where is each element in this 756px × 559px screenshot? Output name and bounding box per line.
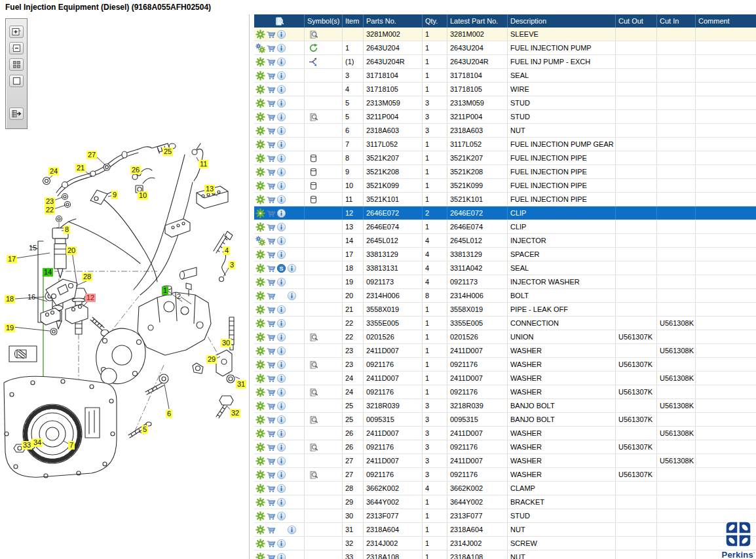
info-icon[interactable]	[276, 539, 286, 549]
gear-icon[interactable]	[255, 318, 265, 328]
diagram-callout-18[interactable]: 18	[5, 295, 15, 303]
toggle-panel-button[interactable]	[9, 107, 24, 120]
add-to-cart-icon[interactable]	[266, 346, 276, 356]
add-to-cart-icon[interactable]	[266, 497, 276, 507]
add-to-cart-icon[interactable]	[266, 208, 276, 218]
add-to-cart-icon[interactable]	[266, 470, 276, 480]
gear-icon[interactable]	[255, 277, 265, 287]
add-to-cart-icon[interactable]	[266, 539, 276, 549]
diagram-callout-21[interactable]: 21	[75, 164, 86, 172]
diagram-callout-27[interactable]: 27	[86, 151, 97, 159]
diagram-callout-26[interactable]: 26	[130, 166, 141, 174]
info-icon[interactable]	[276, 387, 286, 397]
diagram-callout-31[interactable]: 31	[236, 380, 246, 389]
diagram-callout-28[interactable]: 28	[82, 273, 92, 281]
table-row-item-22-0201526[interactable]: 22020152610201526UNIONU561307K	[254, 330, 756, 344]
add-to-cart-icon[interactable]	[266, 374, 276, 383]
add-to-cart-icon[interactable]	[266, 318, 276, 328]
info-icon[interactable]	[287, 525, 297, 535]
add-to-cart-icon[interactable]	[266, 236, 276, 246]
table-row-item-27-2411D007[interactable]: 272411D00732411D007WASHERU561308K	[254, 454, 756, 468]
diagram-callout-20[interactable]: 20	[66, 246, 77, 255]
info-icon[interactable]	[276, 305, 286, 315]
add-to-cart-icon[interactable]	[266, 415, 276, 425]
add-to-cart-icon[interactable]	[266, 360, 276, 370]
diagram-callout-23[interactable]: 23	[45, 197, 55, 206]
table-row-item-18-33813131[interactable]: 183381313143311A042SEAL	[254, 261, 756, 275]
table-row-item-13-2646E074[interactable]: 132646E07412646E074CLIP	[254, 220, 756, 234]
diagram-callout-6[interactable]: 6	[166, 410, 172, 418]
add-to-cart-icon[interactable]	[266, 401, 276, 411]
add-to-cart-icon[interactable]	[266, 277, 276, 287]
table-row-item-27-0921176[interactable]: 27092117630921176WASHERU561307K	[254, 468, 756, 482]
add-to-cart-icon[interactable]	[266, 98, 276, 108]
gear-icon[interactable]	[255, 305, 265, 315]
add-to-cart-icon[interactable]	[266, 126, 276, 136]
table-row-item-24-2411D007[interactable]: 242411D00712411D007WASHERU561308K	[254, 372, 756, 385]
table-row-item-25-3218R039[interactable]: 253218R03933218R039BANJO BOLTU561308K	[254, 399, 756, 413]
diagram-callout-3[interactable]: 3	[229, 261, 235, 269]
add-to-cart-icon[interactable]	[266, 112, 276, 122]
add-to-cart-icon[interactable]	[266, 387, 276, 397]
info-icon[interactable]	[276, 236, 286, 246]
diagram-callout-10[interactable]: 10	[138, 191, 148, 200]
info-icon[interactable]	[276, 401, 286, 411]
gear-icon[interactable]	[255, 511, 265, 521]
info-icon[interactable]	[276, 318, 286, 328]
service-book-icon[interactable]	[276, 525, 286, 535]
table-row-item-26-0921176[interactable]: 26092117630921176WASHERU561307K	[254, 440, 756, 454]
diagram-callout-19[interactable]: 19	[5, 324, 15, 332]
add-to-cart-icon[interactable]	[266, 57, 276, 67]
diagram-callout-1[interactable]: 1	[162, 286, 168, 295]
add-to-cart-icon[interactable]	[266, 429, 276, 438]
gear-icon[interactable]	[255, 112, 265, 122]
gear-icon[interactable]	[255, 346, 265, 356]
info-icon[interactable]	[276, 511, 286, 521]
info-icon[interactable]	[276, 374, 286, 383]
diagram-callout-7[interactable]: 7	[68, 441, 75, 450]
gear-icon[interactable]	[255, 29, 265, 39]
table-row-item-12-2646E072[interactable]: 122646E07222646E072CLIP	[254, 206, 756, 220]
diagram-callout-29[interactable]: 29	[206, 355, 217, 364]
diagram-callout-9[interactable]: 9	[111, 191, 118, 199]
gear-icon[interactable]	[255, 153, 265, 163]
info-icon[interactable]	[276, 181, 286, 191]
gear-icon[interactable]	[255, 291, 265, 301]
diagram-callout-25[interactable]: 25	[162, 147, 173, 156]
add-to-cart-icon[interactable]	[266, 85, 276, 94]
info-icon[interactable]	[276, 208, 286, 218]
info-icon[interactable]	[287, 263, 297, 273]
table-row-item-5-3211P004[interactable]: 53211P00433211P004STUD	[254, 110, 756, 124]
info-icon[interactable]	[276, 153, 286, 163]
tile-view-button[interactable]	[9, 58, 24, 71]
gear-icon[interactable]	[255, 71, 265, 81]
add-to-cart-icon[interactable]	[266, 456, 276, 466]
s-badge-icon[interactable]	[276, 263, 286, 273]
info-icon[interactable]	[276, 442, 286, 452]
table-row-item-17-33813129[interactable]: 1733813129433813129SPACER	[254, 248, 756, 261]
info-icon[interactable]	[276, 429, 286, 438]
add-to-cart-icon[interactable]	[266, 552, 276, 559]
info-icon[interactable]	[276, 250, 286, 260]
table-row-item-29-3644Y002[interactable]: 293644Y00213644Y002BRACKET	[254, 495, 756, 509]
table-row-item-22-3355E005[interactable]: 223355E00513355E005CONNECTIONU561308K	[254, 317, 756, 330]
add-to-cart-icon[interactable]	[266, 29, 276, 39]
info-icon[interactable]	[276, 195, 286, 204]
diagram-callout-17[interactable]: 17	[7, 255, 17, 263]
table-row-item-10-3521K099[interactable]: 103521K09913521K099FUEL INJECTION PIPE	[254, 179, 756, 193]
table-row-item-28-3662K002[interactable]: 283662K00243662K002CLAMP	[254, 482, 756, 495]
info-icon[interactable]	[276, 456, 286, 466]
gear-icon[interactable]	[255, 208, 265, 218]
table-row-item-30-2313F077[interactable]: 302313F07712313F077STUD	[254, 509, 756, 523]
table-row-item-6-2318A603[interactable]: 62318A60332318A603NUT	[254, 124, 756, 138]
info-icon[interactable]	[276, 126, 286, 136]
table-row-item-(1)-2643U204R[interactable]: (1)2643U204R12643U204RFUEL INJ PUMP - EX…	[254, 55, 756, 69]
gear-icon[interactable]	[255, 98, 265, 108]
table-row-item-9-3521K208[interactable]: 93521K20813521K208FUEL INJECTION PIPE	[254, 165, 756, 179]
table-row-item-25-0095315[interactable]: 25009531530095315BANJO BOLTU561307K	[254, 413, 756, 427]
table-row-item-5-2313M059[interactable]: 52313M05932313M059STUD	[254, 96, 756, 110]
table-row-item-3-31718104[interactable]: 331718104131718104SEAL	[254, 69, 756, 83]
info-icon[interactable]	[276, 346, 286, 356]
double-gear-icon[interactable]	[255, 43, 265, 53]
add-to-cart-icon[interactable]	[266, 222, 276, 232]
